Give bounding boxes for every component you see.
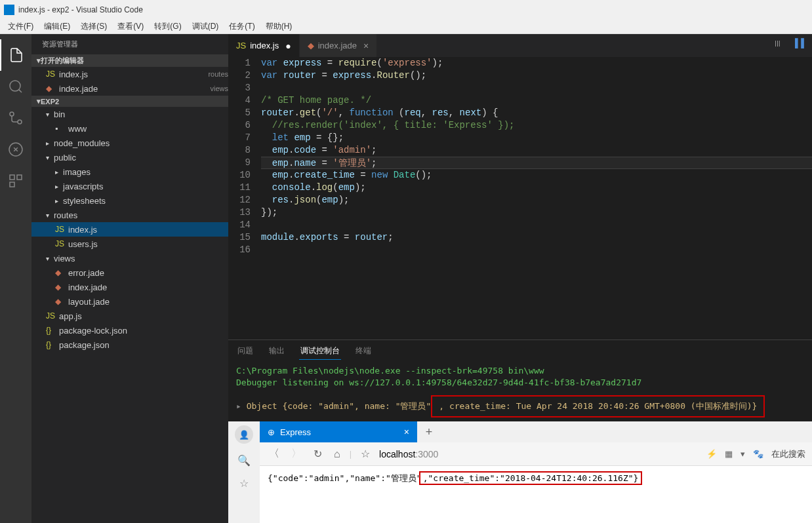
code-editor[interactable]: 12345678910111213141516 var express = re… [228,57,812,339]
file-item[interactable]: JSapp.js [31,309,228,323]
panel-tab-debug[interactable]: 调试控制台 [299,343,341,360]
code-line[interactable]: //res.render('index', { title: 'Express'… [261,119,812,132]
search-icon[interactable] [0,71,31,102]
menu-goto[interactable]: 转到(G) [149,20,186,33]
browser-toolbar: 〈 〉 ↻ ⌂ | ☆ localhost:3000 ⚡ ▦ ▾ 🐾 在此搜索 [260,442,812,466]
close-icon[interactable]: × [363,41,369,51]
line-number: 16 [228,244,251,256]
folder-item[interactable]: ▾views [31,251,228,265]
menu-file[interactable]: 文件(F) [3,20,39,33]
extensions-icon[interactable] [0,165,31,197]
svg-rect-5 [17,175,22,180]
explorer-icon[interactable] [0,39,31,71]
folder-item[interactable]: ▸node_modules [31,136,228,150]
code-content[interactable]: var express = require('express');var rou… [261,57,812,339]
vscode-icon [4,5,14,15]
menu-select[interactable]: 选择(S) [75,20,112,33]
code-line[interactable]: var router = express.Router(); [261,69,812,82]
code-line[interactable]: }); [261,206,812,219]
code-line[interactable] [261,82,812,94]
menu-debug[interactable]: 调试(D) [187,20,224,33]
dropdown-icon[interactable]: ▾ [741,449,745,459]
folder-item[interactable]: ▾bin [31,107,228,121]
file-item[interactable]: ◆layout.jade [31,294,228,309]
folder-item[interactable]: ▾routes [31,208,228,222]
back-icon[interactable]: 〈 [266,446,282,462]
browser-content: {"code":"admin","name":"管理员","create_tim… [260,466,812,523]
line-number: 6 [228,119,251,132]
file-item[interactable]: ▪www [31,121,228,136]
code-line[interactable]: emp.create_time = new Date(); [261,169,812,182]
file-tree: ▾bin▪www▸node_modules▾public▸images▸java… [31,107,228,352]
line-number: 13 [228,206,251,219]
chevron-icon: ▾ [46,255,54,262]
qr-icon[interactable]: ▦ [725,449,733,459]
line-number: 9 [228,157,251,169]
debug-icon[interactable] [0,134,31,165]
file-item[interactable]: ◆error.jade [31,265,228,280]
browser-window: 👤 🔍 ☆ ⊕ Express × + 〈 〉 ↻ ⌂ [228,421,812,523]
code-line[interactable]: module.exports = router; [261,231,812,244]
file-icon: ◆ [46,84,56,93]
file-item[interactable]: ◆index.jade [31,280,228,294]
workspace-header[interactable]: ▾ EXP2 [31,96,228,107]
folder-item[interactable]: ▸stylesheets [31,193,228,208]
open-editor-item[interactable]: ◆index.jadeviews [31,81,228,96]
panel-tab-problems[interactable]: 问题 [236,343,254,360]
code-line[interactable]: emp.code = 'admin'; [261,144,812,157]
browser-tab[interactable]: ⊕ Express × [260,421,417,442]
lightning-icon[interactable]: ⚡ [706,449,717,459]
svg-point-2 [18,120,22,124]
file-name: index.js [59,69,205,79]
highlighted-create-time: , create_time: Tue Apr 24 2018 20:40:26 … [431,395,765,417]
line-number: 4 [228,94,251,107]
code-line[interactable]: var express = require('express'); [261,57,812,69]
code-line[interactable]: router.get('/', function (req, res, next… [261,107,812,119]
code-line[interactable]: let emp = {}; [261,132,812,144]
file-item[interactable]: JSusers.js [31,237,228,251]
star-icon[interactable]: ☆ [358,446,373,461]
json-response-prefix: {"code":"admin","name":"管理员" [268,473,422,483]
menu-edit[interactable]: 编辑(E) [39,20,75,33]
menu-tasks[interactable]: 任务(T) [224,20,260,33]
open-editor-item[interactable]: JSindex.jsroutes [31,67,228,81]
file-item[interactable]: JSindex.js [31,222,228,237]
tab-close-icon[interactable]: × [404,427,409,437]
code-line[interactable]: res.json(emp); [261,194,812,206]
scm-icon[interactable] [0,102,31,134]
menu-view[interactable]: 查看(V) [112,20,149,33]
browser-search-icon[interactable]: 🔍 [237,454,251,467]
folder-item[interactable]: ▾public [31,150,228,165]
pause-icon[interactable]: ▐▐ [790,37,807,49]
code-line[interactable] [261,219,812,231]
open-editors-header[interactable]: ▾ 打开的编辑器 [31,54,228,67]
code-line[interactable]: /* GET home page. */ [261,94,812,107]
folder-name: views [54,254,228,263]
url-bar[interactable]: localhost:3000 [379,449,700,459]
editor-area: JSindex.js●◆index.jade× ⫼ ▐▐ 12345678910… [228,34,812,523]
code-line[interactable]: emp.name = '管理员'; [261,157,812,169]
file-icon: JS [46,311,56,320]
menu-help[interactable]: 帮助(H) [260,20,298,33]
code-line[interactable] [261,244,812,256]
file-icon: JS [55,239,66,248]
split-editor-icon[interactable]: ⫼ [771,37,784,49]
search-label[interactable]: 在此搜索 [771,448,805,460]
panel-tab-terminal[interactable]: 终端 [354,343,373,360]
home-icon[interactable]: ⌂ [331,447,343,461]
titlebar: index.js - exp2 - Visual Studio Code [0,0,812,20]
browser-favorite-icon[interactable]: ☆ [239,477,249,490]
editor-tab[interactable]: JSindex.js● [228,34,300,57]
folder-item[interactable]: ▸javascripts [31,179,228,193]
new-tab-button[interactable]: + [417,421,441,442]
refresh-icon[interactable]: ↻ [311,446,325,461]
editor-tab[interactable]: ◆index.jade× [300,34,377,57]
folder-item[interactable]: ▸images [31,165,228,179]
code-line[interactable]: console.log(emp); [261,182,812,194]
file-name: www [68,124,228,134]
file-item[interactable]: {}package-lock.json [31,323,228,338]
panel-tab-output[interactable]: 输出 [268,343,286,360]
file-item[interactable]: {}package.json [31,338,228,352]
forward-icon[interactable]: 〉 [289,446,304,462]
avatar-icon[interactable]: 👤 [235,425,253,444]
